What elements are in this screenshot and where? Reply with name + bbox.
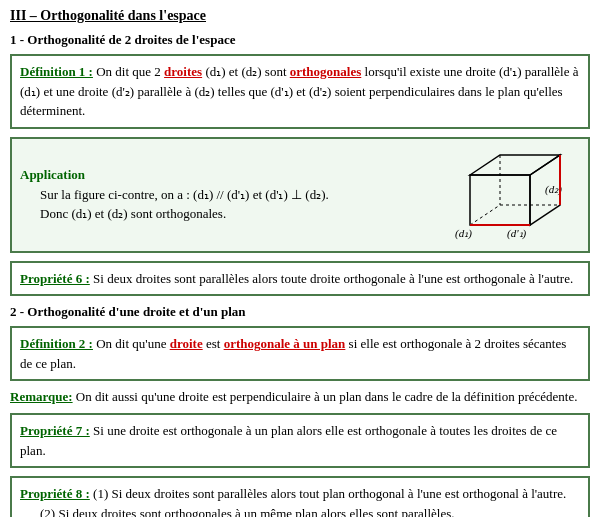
definition2-text2: est [203,336,224,351]
propriete6-label: Propriété 6 : [20,271,90,286]
application-box: Application Sur la figure ci-contre, on … [10,137,590,253]
definition1-box: Définition 1 : On dit que 2 droites (d₁)… [10,54,590,129]
propriete8-line2: (2) Si deux droites sont orthogonales à … [40,504,580,518]
propriete6-box: Propriété 6 : Si deux droites sont paral… [10,261,590,297]
section1-title: 1 - Orthogonalité de 2 droites de l'espa… [10,32,590,48]
definition1-orthogonales: orthogonales [290,64,362,79]
propriete7-label: Propriété 7 : [20,423,90,438]
application-label: Application [20,167,85,182]
definition1-text2: (d₁) et (d₂) sont [202,64,290,79]
remarque-label: Remarque: [10,389,73,404]
application-line2: Donc (d₁) et (d₂) sont orthogonales. [40,204,442,224]
remarque-line: Remarque: On dit aussi qu'une droite est… [10,389,590,405]
page-title: III – Orthogonalité dans l'espace [10,8,590,24]
remarque-text: On dit aussi qu'une droite est perpendic… [73,389,578,404]
propriete8-line1: (1) Si deux droites sont parallèles alor… [93,486,566,501]
svg-text:(d₁): (d₁) [455,227,472,240]
propriete7-text: Si une droite est orthogonale à un plan … [20,423,557,458]
svg-line-3 [470,205,500,225]
svg-marker-1 [470,155,560,175]
definition2-box: Définition 2 : On dit qu'une droite est … [10,326,590,381]
definition1-droites: droites [164,64,202,79]
cube-figure: (d₂) (d₁) (d'₁) [450,145,580,245]
svg-text:(d'₁): (d'₁) [507,227,527,240]
propriete7-box: Propriété 7 : Si une droite est orthogon… [10,413,590,468]
section2-title: 2 - Orthogonalité d'une droite et d'un p… [10,304,590,320]
definition2-droite: droite [170,336,203,351]
propriete6-text: Si deux droites sont parallèles alors to… [90,271,573,286]
propriete8-box: Propriété 8 : (1) Si deux droites sont p… [10,476,590,517]
definition2-text1: On dit qu'une [96,336,169,351]
definition2-label: Définition 2 : [20,336,93,351]
definition1-text1: On dit que 2 [96,64,164,79]
application-line1: Sur la figure ci-contre, on a : (d₁) // … [40,185,442,205]
definition2-orthogonale: orthogonale à un plan [224,336,346,351]
propriete8-label: Propriété 8 : [20,486,90,501]
definition1-label: Définition 1 : [20,64,93,79]
